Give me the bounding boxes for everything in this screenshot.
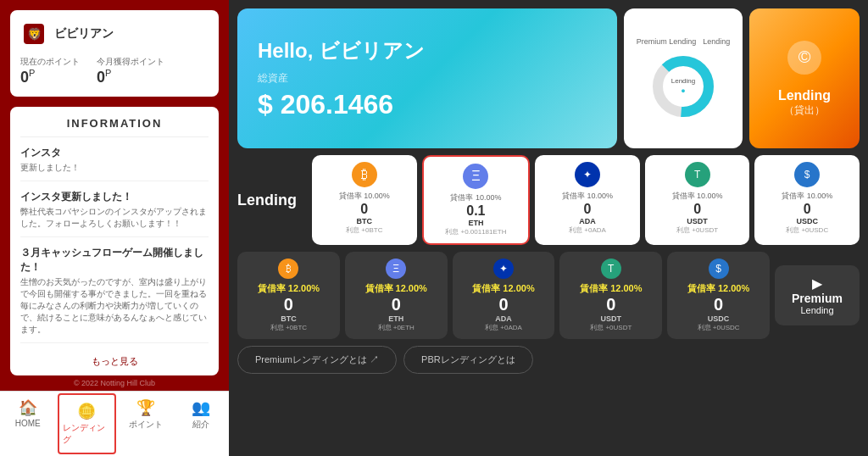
eth-amount: 0.1 xyxy=(466,203,485,219)
lending-card[interactable]: © Lending （貸出） xyxy=(749,8,860,148)
btc-rate: 貸借率 10.00% xyxy=(339,191,390,202)
svg-text:©: © xyxy=(798,47,811,66)
ada-amount: 0 xyxy=(584,202,592,217)
intro-icon: 👥 xyxy=(192,398,210,417)
premium-usdt-icon: T xyxy=(601,259,621,279)
lending-section-title: Lending xyxy=(237,192,305,209)
usdt-label: USDT xyxy=(687,217,708,225)
premium-btc-interest: 利息 +0BTC xyxy=(270,323,307,332)
lending-nav-icon: 🪙 xyxy=(77,402,96,420)
premium-btc-icon: ₿ xyxy=(278,259,298,279)
nav-home-label: HOME xyxy=(15,419,41,428)
eth-rate: 貸借率 10.00% xyxy=(450,192,501,203)
info-section: INFORMATION インスタ 更新しました！ インスタ更新しました！ 弊社代… xyxy=(10,107,219,375)
points-icon: 🏆 xyxy=(136,398,155,417)
nav-intro-label: 紹介 xyxy=(192,419,209,431)
lending-donut-label: Lending xyxy=(703,37,730,46)
lending-usdc-card[interactable]: $ 貸借率 10.00% 0 USDC 利息 +0USDC xyxy=(754,155,860,245)
svg-text:Lending: Lending xyxy=(671,77,695,85)
current-points-value: 0P xyxy=(20,68,80,86)
ada-label: ADA xyxy=(579,217,596,225)
avatar: 🦁 xyxy=(20,20,47,47)
premium-eth-icon: Ξ xyxy=(386,259,406,279)
usdc-label: USDC xyxy=(796,217,818,225)
premium-usdc-label: USDC xyxy=(708,314,730,323)
info-item-3: ３月キャッシュフローゲーム開催しました！ 生憎のお天気がったのですが、室内は盛り… xyxy=(20,246,209,343)
nav-lending[interactable]: 🪙 レンディング xyxy=(58,393,117,454)
premium-usdc-card[interactable]: $ 賃借率 12.00% 0 USDC 利息 +0USDC xyxy=(667,252,770,339)
lending-usdt-card[interactable]: T 貸借率 10.00% 0 USDT 利息 +0USDT xyxy=(645,155,750,245)
premium-lending-info-button[interactable]: Premiumレンディングとは ↗ xyxy=(237,346,397,374)
lending-icon: © xyxy=(787,40,822,83)
premium-usdt-rate: 賃借率 12.00% xyxy=(580,282,642,295)
pbr-lending-info-button[interactable]: PBRレンディングとは xyxy=(403,346,533,374)
monthly-points-label: 今月獲得ポイント xyxy=(97,56,164,68)
svg-text:🦁: 🦁 xyxy=(27,27,42,42)
sidebar-nav: 🏠 HOME 🪙 レンディング 🏆 ポイント 👥 紹介 xyxy=(0,391,229,456)
lending-section: Lending ₿ 貸借率 10.00% 0 BTC 利息 +0BTC Ξ 貸借… xyxy=(237,155,860,245)
premium-usdc-icon: $ xyxy=(709,259,729,279)
lending-coins-row: ₿ 貸借率 10.00% 0 BTC 利息 +0BTC Ξ 貸借率 10.00%… xyxy=(312,155,860,245)
usdt-interest: 利息 +0USDT xyxy=(676,225,718,235)
premium-ada-card[interactable]: ✦ 賃借率 12.00% 0 ADA 利息 +0ADA xyxy=(453,252,555,339)
premium-eth-card[interactable]: Ξ 賃借率 12.00% 0 ETH 利息 +0ETH xyxy=(345,252,448,339)
nav-home[interactable]: 🏠 HOME xyxy=(0,392,56,456)
more-link[interactable]: もっと見る xyxy=(20,352,209,371)
ada-rate: 貸借率 10.00% xyxy=(562,191,613,202)
info-item-2: インスタ更新しました！ 弊社代表コバヤシロンのインスタがアップされました。フォロ… xyxy=(20,190,209,237)
info-item-3-title: ３月キャッシュフローゲーム開催しました！ xyxy=(20,246,209,275)
premium-usdc-interest: 利息 +0USDC xyxy=(698,323,740,332)
eth-icon: Ξ xyxy=(463,164,488,189)
premium-usdc-rate: 賃借率 12.00% xyxy=(687,282,749,295)
premium-usdt-amount: 0 xyxy=(606,295,615,314)
usdc-amount: 0 xyxy=(804,202,811,217)
ada-interest: 利息 +0ADA xyxy=(569,225,606,235)
lending-ada-card[interactable]: ✦ 貸借率 10.00% 0 ADA 利息 +0ADA xyxy=(535,155,640,245)
usdt-amount: 0 xyxy=(693,202,701,217)
lending-card-label: Lending xyxy=(778,88,831,103)
premium-btc-label: BTC xyxy=(281,314,297,323)
premium-btc-rate: 賃借率 12.00% xyxy=(258,282,320,295)
premium-usdt-card[interactable]: T 賃借率 12.00% 0 USDT 利息 +0USDT xyxy=(559,252,662,339)
nav-points-label: ポイント xyxy=(129,419,163,431)
info-item-1-desc: 更新しました！ xyxy=(20,162,209,174)
user-card: 🦁 ビビリアン 現在のポイント 0P 今月獲得ポイント 0P xyxy=(10,10,219,97)
usdt-rate: 貸借率 10.00% xyxy=(672,191,723,202)
eth-label: ETH xyxy=(468,219,483,227)
btc-icon: ₿ xyxy=(352,162,377,187)
premium-title: Premium xyxy=(792,292,843,305)
monthly-points-value: 0P xyxy=(97,68,164,86)
premium-lending-label: Premium Lending xyxy=(637,37,697,46)
nav-lending-label: レンディング xyxy=(63,422,112,446)
premium-usdt-interest: 利息 +0USDT xyxy=(590,323,632,332)
premium-btc-card[interactable]: ₿ 賃借率 12.00% 0 BTC 利息 +0BTC xyxy=(237,252,340,339)
usdc-rate: 貸借率 10.00% xyxy=(782,191,832,202)
sidebar: 🦁 ビビリアン 現在のポイント 0P 今月獲得ポイント 0P INFORMATI… xyxy=(0,0,229,456)
lending-btc-card[interactable]: ₿ 貸借率 10.00% 0 BTC 利息 +0BTC xyxy=(312,155,417,245)
premium-eth-amount: 0 xyxy=(392,295,401,314)
btc-label: BTC xyxy=(357,217,373,225)
nav-points[interactable]: 🏆 ポイント xyxy=(118,392,174,456)
usdt-icon: T xyxy=(685,162,710,187)
assets-value: $ 206.1466 xyxy=(258,89,597,120)
premium-usdt-label: USDT xyxy=(601,314,622,323)
hello-card: Hello, ビビリアン 総資産 $ 206.1466 xyxy=(237,8,617,148)
ada-icon: ✦ xyxy=(575,162,600,187)
info-item-1: インスタ 更新しました！ xyxy=(20,146,209,181)
nav-intro[interactable]: 👥 紹介 xyxy=(174,392,230,456)
copyright: © 2022 Notting Hill Club xyxy=(0,375,229,391)
premium-eth-rate: 賃借率 12.00% xyxy=(365,282,427,295)
lending-eth-card[interactable]: Ξ 貸借率 10.00% 0.1 ETH 利息 +0.001181ETH xyxy=(422,155,531,245)
premium-arrow-icon: ▶ xyxy=(812,275,822,292)
donut-chart: Lending ● xyxy=(649,53,717,120)
premium-eth-label: ETH xyxy=(388,314,403,323)
bottom-buttons: Premiumレンディングとは ↗ PBRレンディングとは xyxy=(237,346,860,374)
info-title: INFORMATION xyxy=(20,117,209,137)
home-icon: 🏠 xyxy=(19,398,37,417)
current-points-label: 現在のポイント xyxy=(20,56,80,68)
btc-amount: 0 xyxy=(360,202,368,217)
premium-ada-rate: 賃借率 12.00% xyxy=(472,282,534,295)
donut-card: Premium Lending Lending Lending ● xyxy=(624,8,743,148)
assets-label: 総資産 xyxy=(258,71,597,86)
info-item-1-title: インスタ xyxy=(20,146,209,160)
